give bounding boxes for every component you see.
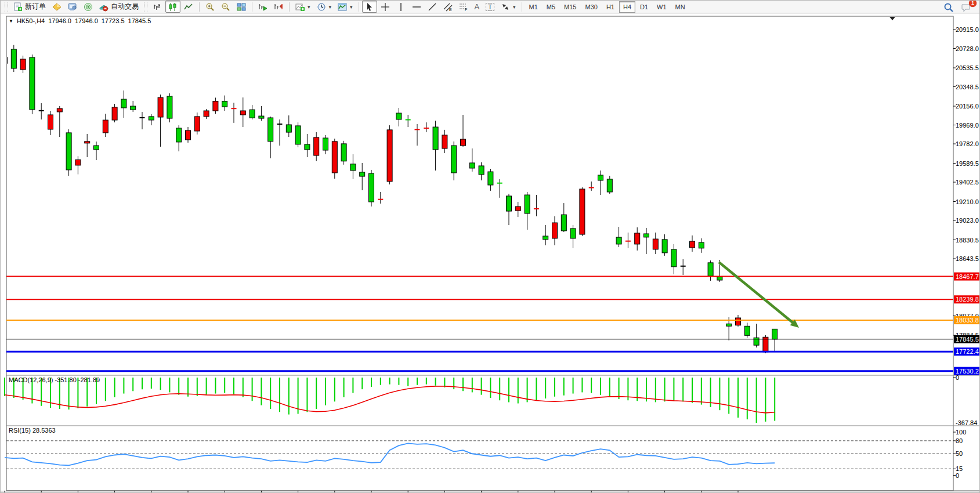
svg-text:80: 80: [956, 437, 963, 444]
tab-timeframe-w1[interactable]: W1: [653, 1, 671, 13]
auto-scroll-button[interactable]: [255, 1, 270, 13]
horizontal-line-tool-button[interactable]: [409, 1, 424, 13]
svg-text:18239.8: 18239.8: [956, 296, 979, 303]
search-icon[interactable]: [943, 2, 953, 12]
auto-trading-icon: [99, 2, 109, 12]
price-tag-17722.4: 17722.4: [954, 347, 980, 356]
arrows-dropdown-caret: ▾: [513, 4, 516, 10]
fibonacci-tool-button[interactable]: F: [456, 1, 471, 13]
chart-shift-icon: [274, 2, 283, 12]
market-watch-button[interactable]: [49, 1, 64, 13]
svg-text:19782.0: 19782.0: [956, 140, 979, 147]
svg-text:-367.84: -367.84: [956, 419, 977, 426]
svg-text:19969.0: 19969.0: [956, 122, 979, 129]
svg-text:20156.0: 20156.0: [956, 103, 979, 110]
candlestick-chart-button[interactable]: [165, 1, 180, 13]
tab-timeframe-m1[interactable]: M1: [525, 1, 542, 13]
templates-icon: [338, 2, 347, 12]
horizontal-line-icon: [412, 2, 421, 12]
svg-text:17722.4: 17722.4: [956, 348, 979, 355]
ohlc-low: 17723.5: [102, 17, 125, 24]
candlestick-chart-icon: [168, 2, 178, 12]
tab-timeframe-h4[interactable]: H4: [619, 1, 635, 13]
periods-clock-icon: [317, 2, 326, 12]
chart-canvas[interactable]: 20915.020728.020535.520348.520156.019969…: [1, 14, 980, 493]
symbol-name: HK50-,H4: [17, 17, 45, 24]
price-tag-17845.5: 17845.5: [954, 335, 980, 343]
tile-windows-icon: [237, 2, 246, 12]
templates-dropdown-caret: ▾: [350, 4, 353, 10]
text-label-tool-icon: T: [486, 3, 494, 11]
notifications-chat-icon[interactable]: 1: [961, 2, 972, 12]
ohlc-open: 17946.0: [48, 17, 71, 24]
text-label-tool-button[interactable]: T: [483, 1, 497, 13]
text-tool-button[interactable]: A: [472, 1, 483, 13]
trendline-icon: [428, 2, 437, 12]
tab-timeframe-mn[interactable]: MN: [671, 1, 689, 13]
crosshair-icon: [381, 2, 390, 12]
tab-timeframe-m30[interactable]: M30: [581, 1, 602, 13]
svg-text:19589.5: 19589.5: [956, 160, 979, 167]
periods-button[interactable]: ▾: [314, 1, 335, 13]
channel-tool-button[interactable]: E: [440, 1, 455, 13]
price-tag-18033.8: 18033.8: [954, 316, 980, 324]
signal-radar-icon: [84, 2, 93, 12]
svg-text:0: 0: [956, 374, 959, 381]
text-tool-icon: A: [475, 2, 480, 11]
toolbar-grip[interactable]: [144, 2, 147, 12]
tab-timeframe-m15[interactable]: M15: [560, 1, 580, 13]
svg-text:18643.5: 18643.5: [956, 255, 979, 262]
new-order-label: 新订单: [25, 2, 46, 12]
arrows-tool-button[interactable]: ▾: [498, 1, 519, 13]
ohlc-high: 17946.0: [75, 17, 98, 24]
svg-text:18033.8: 18033.8: [956, 317, 979, 324]
svg-text:17845.5: 17845.5: [956, 336, 979, 343]
svg-text:19023.0: 19023.0: [956, 217, 979, 224]
symbol-header: ▼ HK50-,H4 17946.0 17946.0 17723.5 17845…: [9, 17, 151, 24]
chart-window[interactable]: 20915.020728.020535.520348.520156.019969…: [1, 14, 980, 493]
periods-dropdown-caret: ▾: [329, 4, 332, 10]
cursor-tool-button[interactable]: [362, 1, 377, 13]
rsi-label: RSI(15) 28.5363: [9, 427, 56, 434]
toolbar-grip[interactable]: [5, 2, 8, 12]
svg-text:20728.0: 20728.0: [956, 45, 979, 52]
auto-scroll-icon: [258, 2, 267, 12]
zoom-out-icon: [221, 2, 230, 12]
line-chart-icon: [184, 2, 193, 12]
price-tag-18467.7: 18467.7: [954, 273, 980, 281]
svg-text:0: 0: [956, 472, 959, 479]
tab-timeframe-m5[interactable]: M5: [543, 1, 559, 13]
cursor-icon: [365, 2, 374, 12]
gold-icon: [52, 2, 62, 12]
bar-chart-button[interactable]: [150, 1, 165, 13]
crosshair-tool-button[interactable]: [378, 1, 393, 13]
fibonacci-icon: F: [459, 2, 468, 12]
trendline-tool-button[interactable]: [425, 1, 440, 13]
new-order-button[interactable]: 新订单: [10, 1, 49, 13]
svg-text:F: F: [465, 8, 467, 12]
indicators-button[interactable]: ▾: [292, 1, 313, 13]
auto-trading-label: 自动交易: [111, 2, 139, 12]
svg-text:19402.5: 19402.5: [956, 179, 979, 186]
trading-terminal-window: { "toolbar": { "new_order": "新订单", "auto…: [0, 0, 980, 493]
auto-trading-button[interactable]: 自动交易: [96, 1, 142, 13]
zoom-in-button[interactable]: [202, 1, 218, 13]
line-chart-button[interactable]: [181, 1, 196, 13]
chart-collapse-icon[interactable]: ▼: [9, 19, 13, 24]
chart-shift-button[interactable]: [271, 1, 286, 13]
macd-label: MACD(12,26,9) -351.80 -281.89: [9, 376, 100, 383]
svg-text:50: 50: [956, 450, 963, 457]
arrows-icon: [501, 2, 510, 12]
tab-timeframe-d1[interactable]: D1: [636, 1, 652, 13]
terminal-button[interactable]: [65, 1, 80, 13]
zoom-out-button[interactable]: [218, 1, 233, 13]
vertical-line-tool-button[interactable]: [393, 1, 408, 13]
price-tag-18239.8: 18239.8: [954, 295, 980, 303]
tile-windows-button[interactable]: [234, 1, 249, 13]
zoom-in-icon: [205, 2, 215, 12]
notification-count-badge: 1: [969, 0, 977, 7]
tab-timeframe-h1[interactable]: H1: [602, 1, 619, 13]
indicators-icon: [295, 2, 305, 12]
templates-button[interactable]: ▾: [335, 1, 356, 13]
signal-button[interactable]: [81, 1, 96, 13]
